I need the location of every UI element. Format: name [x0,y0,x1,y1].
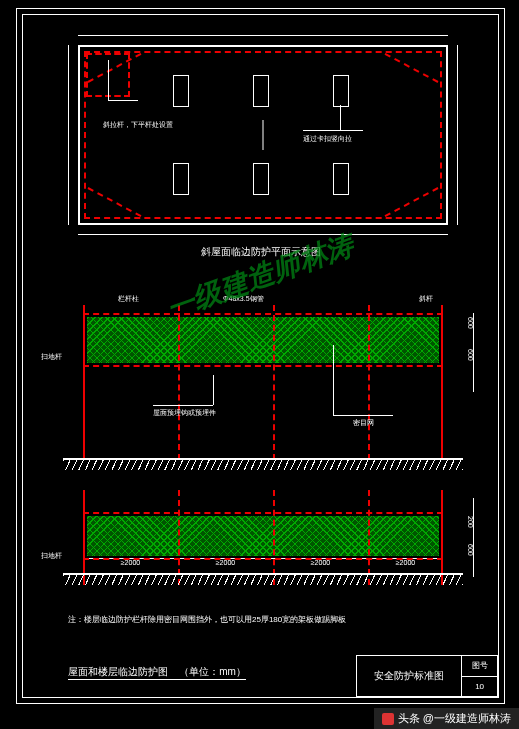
label-anchor: 屋面预埋钩或预埋件 [153,409,216,416]
source-tag: 头条 @一级建造师林涛 [374,708,519,729]
post [178,305,182,460]
drawing-title: 屋面和楼层临边防护图 （单位：mm） [68,667,246,680]
column [173,75,189,107]
post [441,305,443,460]
post [273,305,277,460]
column [173,163,189,195]
drawing-frame: 斜拉杆，下平杆处设置 通过卡扣竖向拉 斜屋面临边防护平面示意图 栏杆柱 Φ48x… [22,14,499,698]
label-toe: 扫地杆 [41,353,62,360]
column [253,75,269,107]
column [333,163,349,195]
sheet-label: 图号 [462,656,497,677]
guardrail-band [83,313,443,367]
annotation-left: 斜拉杆，下平杆处设置 [103,121,173,128]
post [368,305,372,460]
corner-brace [88,187,142,217]
drawing-border: 斜拉杆，下平杆处设置 通过卡扣竖向拉 斜屋面临边防护平面示意图 栏杆柱 Φ48x… [16,8,505,704]
corner-brace [88,53,142,83]
column [253,163,269,195]
label-pipe: Φ48x3.5钢管 [223,295,264,302]
safety-net [87,317,439,363]
post [273,490,277,585]
post [83,490,85,585]
annotation-right: 通过卡扣竖向拉 [303,135,352,142]
dim-label: ≥2000 [121,559,140,566]
plan-view: 斜拉杆，下平杆处设置 通过卡扣竖向拉 [78,45,448,225]
dim-label: 600 [467,349,474,361]
post [441,490,443,585]
label-post: 栏杆柱 [118,295,139,302]
post [178,490,182,585]
plan-caption: 斜屋面临边防护平面示意图 [23,247,498,257]
dim-label: ≥2000 [396,559,415,566]
floor-elevation: ≥2000 ≥2000 ≥2000 ≥2000 扫地杆 200 600 [63,490,463,585]
vertical-dims: 600 600 [467,313,481,392]
drawing-title-text: 屋面和楼层临边防护图 [68,666,168,677]
dim-label: 600 [467,317,474,329]
dim-label: 200 [467,516,474,528]
unit-label: （单位：mm） [179,666,246,677]
vertical-dims: 200 600 [467,498,481,577]
label-diag: 斜杆 [419,295,433,302]
label-toe: 扫地杆 [41,552,62,559]
sheet-number: 10 [462,677,497,697]
guardrail-band [83,512,443,560]
post [83,305,85,460]
slab-hatch [63,575,463,585]
safety-net [87,516,439,556]
dim-label: 600 [467,544,474,556]
slab-hatch [63,460,463,470]
roof-elevation: 栏杆柱 Φ48x3.5钢管 斜杆 扫地杆 600 600 屋面预埋钩或预埋件 密… [63,305,463,400]
column [333,75,349,107]
drawing-note: 注：楼层临边防护栏杆除用密目网围挡外，也可以用25厚180宽的架板做踢脚板 [68,615,348,625]
corner-brace [385,187,439,217]
title-block-name: 安全防护标准图 [357,656,462,696]
cad-viewport[interactable]: 斜拉杆，下平杆处设置 通过卡扣竖向拉 斜屋面临边防护平面示意图 栏杆柱 Φ48x… [0,0,519,729]
dim-label: ≥2000 [216,559,235,566]
dim-label: ≥2000 [311,559,330,566]
corner-brace [385,53,439,83]
title-block: 安全防护标准图 图号 10 [356,655,498,697]
center-mark [263,120,264,150]
label-net: 密目网 [353,419,374,426]
post [368,490,372,585]
